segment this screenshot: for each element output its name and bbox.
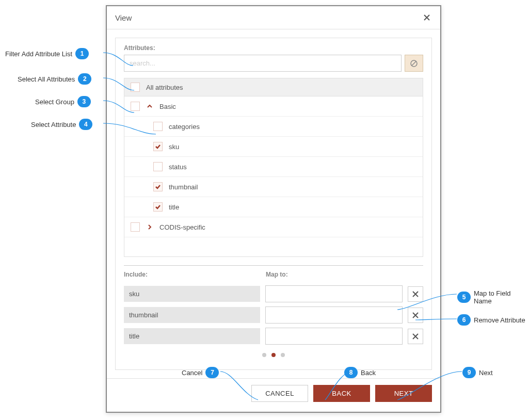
- remove-attribute-button[interactable]: [408, 308, 423, 323]
- callout-5: 5 Map to Field Name: [457, 289, 529, 305]
- map-row: thumbnail: [124, 306, 423, 324]
- clear-filter-button[interactable]: [405, 55, 423, 72]
- divider: [124, 265, 423, 266]
- chevron-right-icon[interactable]: [146, 223, 153, 231]
- callout-bubble: 3: [77, 96, 91, 107]
- attribute-label: categories: [169, 123, 200, 131]
- inner-panel: Attributes: All attributes Basic: [115, 38, 432, 370]
- remove-attribute-button[interactable]: [408, 286, 423, 302]
- all-attributes-label: All attributes: [146, 84, 183, 91]
- mapto-input[interactable]: [265, 285, 403, 302]
- include-cell: thumbnail: [124, 307, 260, 323]
- attribute-row-thumbnail: thumbnail: [124, 177, 423, 197]
- attribute-row-sku: sku: [124, 137, 423, 157]
- callout-bubble: 9: [462, 367, 476, 378]
- attribute-scroll[interactable]: Basic categories sku status: [124, 96, 423, 256]
- x-icon: [412, 333, 419, 340]
- group-checkbox-codis[interactable]: [131, 222, 140, 232]
- callout-bubble: 8: [344, 367, 358, 378]
- all-attributes-checkbox[interactable]: [131, 83, 140, 92]
- callout-text: Select All Attributes: [18, 75, 75, 83]
- mapto-input[interactable]: [265, 306, 403, 324]
- attribute-checkbox[interactable]: [153, 182, 163, 191]
- callout-bubble: 2: [78, 73, 91, 85]
- attribute-checkbox[interactable]: [153, 142, 163, 151]
- x-icon: [412, 312, 419, 319]
- step-dot: [262, 353, 266, 357]
- mapto-label: Map to:: [266, 271, 403, 278]
- mapping-header: Include: Map to:: [124, 271, 423, 281]
- callout-bubble: 6: [457, 314, 471, 326]
- dialog-view: View Attributes: All attributes: [106, 5, 441, 413]
- callout-text: Select Attribute: [31, 121, 76, 128]
- cancel-button[interactable]: CANCEL: [251, 385, 308, 402]
- clear-icon: [410, 59, 418, 68]
- attribute-list: All attributes Basic categories sku: [124, 78, 423, 257]
- callout-text: Filter Add Attribute List: [5, 50, 72, 58]
- attribute-checkbox[interactable]: [153, 202, 163, 212]
- dialog-title: View: [115, 13, 132, 22]
- step-dot: [281, 353, 285, 357]
- dialog-header: View: [107, 6, 440, 29]
- back-button[interactable]: BACK: [313, 385, 370, 402]
- step-dot-active: [271, 353, 276, 357]
- attribute-label: title: [169, 203, 179, 211]
- callout-1: Filter Add Attribute List 1: [5, 48, 89, 59]
- mapto-input[interactable]: [265, 328, 403, 345]
- all-attributes-row: All attributes: [124, 78, 423, 96]
- include-label: Include:: [124, 271, 261, 278]
- callout-9: 9 Next: [462, 367, 493, 378]
- attribute-row-status: status: [124, 157, 423, 177]
- search-row: [124, 55, 423, 72]
- attribute-label: sku: [169, 143, 179, 151]
- callout-bubble: 1: [75, 48, 89, 59]
- attributes-label: Attributes:: [124, 44, 423, 52]
- callout-text: Remove Attribute: [474, 316, 525, 324]
- callout-bubble: 7: [205, 367, 219, 378]
- callout-text: Map to Field Name: [474, 289, 529, 305]
- remove-attribute-button[interactable]: [408, 329, 423, 344]
- callout-text: Next: [479, 369, 493, 377]
- chevron-up-icon[interactable]: [146, 103, 153, 110]
- map-row: title: [124, 328, 423, 345]
- x-icon: [412, 290, 419, 298]
- next-button[interactable]: NEXT: [375, 385, 432, 402]
- callout-3: Select Group 3: [35, 96, 91, 107]
- callout-text: Back: [361, 369, 376, 377]
- dialog-body: Attributes: All attributes Basic: [107, 29, 440, 378]
- callout-7: Cancel 7: [182, 367, 219, 378]
- search-input[interactable]: [124, 55, 402, 72]
- group-label: Basic: [159, 103, 176, 110]
- callout-6: 6 Remove Attribute: [457, 314, 525, 326]
- callout-bubble: 5: [457, 292, 471, 303]
- attribute-row-title: title: [124, 197, 423, 217]
- callout-text: Cancel: [182, 369, 202, 377]
- include-cell: title: [124, 328, 260, 344]
- include-cell: sku: [124, 286, 260, 302]
- attribute-label: thumbnail: [169, 183, 198, 191]
- callout-bubble: 4: [79, 119, 92, 130]
- group-label: CODIS-specific: [159, 223, 205, 231]
- stepper: [124, 353, 423, 357]
- attribute-label: status: [169, 163, 187, 171]
- attribute-checkbox[interactable]: [153, 122, 163, 131]
- callout-8: 8 Back: [344, 367, 376, 378]
- map-row: sku: [124, 285, 423, 302]
- attribute-checkbox[interactable]: [153, 162, 163, 171]
- attribute-row-categories: categories: [124, 117, 423, 137]
- group-row-codis[interactable]: CODIS-specific: [124, 217, 423, 237]
- callout-2: Select All Attributes 2: [18, 73, 91, 85]
- group-row-basic[interactable]: Basic: [124, 96, 423, 117]
- close-button[interactable]: [422, 12, 432, 23]
- callout-text: Select Group: [35, 98, 74, 106]
- callout-4: Select Attribute 4: [31, 119, 92, 130]
- close-icon: [423, 13, 431, 22]
- group-checkbox-basic[interactable]: [131, 102, 140, 111]
- dialog-footer: CANCEL BACK NEXT: [107, 378, 440, 408]
